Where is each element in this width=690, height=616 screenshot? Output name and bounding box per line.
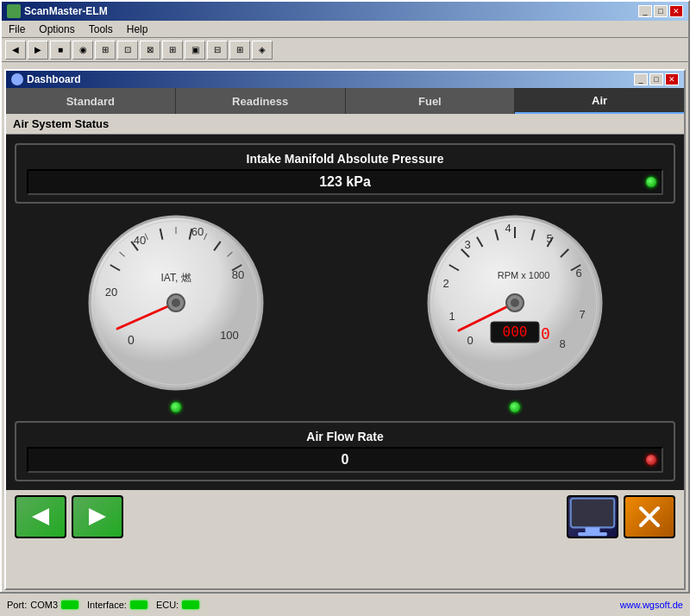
forward-arrow-icon [85, 504, 110, 530]
svg-text:6: 6 [575, 267, 581, 280]
dashboard-window: Dashboard _ □ ✕ Standard Readiness Fuel … [4, 69, 686, 590]
menu-tools[interactable]: Tools [85, 23, 116, 35]
menu-file[interactable]: File [5, 23, 28, 35]
dashboard-titlebar-controls: _ □ ✕ [634, 73, 679, 85]
svg-text:0: 0 [541, 324, 550, 343]
ecu-led [182, 600, 199, 609]
airflow-value-bar: 0 [27, 447, 663, 473]
tab-air[interactable]: Air [515, 88, 684, 114]
iat-gauge-container: 0 20 40 60 80 100 IAT, 燃 [85, 212, 267, 412]
svg-text:7: 7 [579, 308, 585, 321]
dashboard-titlebar: Dashboard _ □ ✕ [6, 71, 684, 88]
iat-gauge-svg: 0 20 40 60 80 100 IAT, 燃 [85, 212, 267, 393]
svg-rect-52 [571, 498, 614, 527]
os-minimize-btn[interactable]: _ [638, 5, 652, 17]
airflow-title: Air Flow Rate [306, 430, 383, 443]
iat-indicator-dot [171, 402, 181, 412]
svg-point-22 [172, 299, 180, 307]
svg-text:80: 80 [231, 268, 243, 281]
tab-fuel[interactable]: Fuel [346, 88, 516, 114]
intake-manifold-panel: Intake Manifold Absolute Pressure 123 kP… [15, 143, 675, 204]
svg-text:60: 60 [191, 225, 203, 238]
toolbar-btn-3[interactable]: ■ [50, 41, 71, 60]
nav-left-group [15, 495, 123, 538]
menu-bar: File Options Tools Help [2, 21, 688, 38]
port-value: COM3 [30, 600, 58, 610]
menu-help[interactable]: Help [123, 23, 152, 35]
air-system-status-label: Air System Status [13, 117, 109, 130]
os-title-text: ScanMaster-ELM [24, 5, 108, 17]
interface-label: Interface: [87, 600, 127, 610]
toolbar-btn-9[interactable]: ▣ [185, 41, 205, 60]
toolbar-btn-8[interactable]: ⊞ [162, 41, 183, 60]
svg-marker-50 [32, 508, 49, 525]
svg-text:RPM x 1000: RPM x 1000 [497, 270, 549, 280]
svg-text:2: 2 [442, 277, 448, 290]
rpm-indicator-dot [510, 402, 520, 412]
port-led [61, 600, 78, 609]
monitor-button[interactable] [567, 495, 618, 538]
nav-buttons-row [6, 490, 684, 544]
airflow-panel: Air Flow Rate 0 [15, 421, 675, 481]
os-maximize-btn[interactable]: □ [654, 5, 668, 17]
toolbar-btn-7[interactable]: ⊠ [140, 41, 160, 60]
svg-marker-51 [89, 508, 106, 525]
svg-text:0: 0 [128, 333, 135, 347]
svg-text:4: 4 [505, 222, 511, 235]
back-button[interactable] [15, 495, 66, 538]
svg-point-49 [511, 299, 519, 307]
dashboard-close-btn[interactable]: ✕ [665, 73, 679, 85]
port-status-item: Port: COM3 [7, 600, 78, 610]
toolbar-btn-4[interactable]: ◉ [72, 41, 93, 60]
toolbar-btn-6[interactable]: ⊡ [117, 41, 138, 60]
intake-value: 123 kPa [319, 174, 371, 189]
ecu-label: ECU: [156, 600, 179, 610]
close-x-button[interactable] [624, 495, 675, 538]
os-app-icon [7, 4, 21, 18]
forward-button[interactable] [72, 495, 123, 538]
os-title-group: ScanMaster-ELM [7, 4, 108, 18]
interface-led [130, 600, 147, 609]
svg-text:IAT, 燃: IAT, 燃 [160, 272, 191, 284]
svg-text:8: 8 [559, 337, 565, 350]
rpm-gauge-svg: 0 1 2 3 4 5 6 7 8 RPM x 1000 [424, 212, 605, 393]
intake-title: Intake Manifold Absolute Pressure [247, 152, 444, 166]
dashboard-title-group: Dashboard [11, 73, 81, 85]
dashboard-maximize-btn[interactable]: □ [649, 73, 663, 85]
back-arrow-icon [28, 504, 53, 530]
os-close-btn[interactable]: ✕ [669, 5, 683, 17]
monitor-icon [568, 496, 617, 538]
dashboard-minimize-btn[interactable]: _ [634, 73, 648, 85]
air-system-status-bar: Air System Status [6, 114, 684, 135]
website-link: www.wgsoft.de [620, 600, 683, 610]
svg-text:3: 3 [464, 238, 470, 251]
toolbar-btn-2[interactable]: ▶ [28, 41, 48, 60]
port-label: Port: [7, 600, 27, 610]
nav-right-group [567, 495, 675, 538]
toolbar-btn-5[interactable]: ⊞ [95, 41, 116, 60]
svg-text:0: 0 [467, 334, 473, 347]
airflow-value: 0 [342, 452, 349, 467]
svg-text:000: 000 [502, 324, 527, 340]
dashboard-content: Intake Manifold Absolute Pressure 123 kP… [6, 135, 684, 490]
close-x-icon [637, 504, 662, 530]
toolbar-btn-10[interactable]: ⊟ [207, 41, 228, 60]
toolbar-btn-11[interactable]: ⊞ [229, 41, 250, 60]
svg-text:20: 20 [104, 286, 116, 299]
os-window: ScanMaster-ELM _ □ ✕ File Options Tools … [0, 0, 690, 616]
os-titlebar: ScanMaster-ELM _ □ ✕ [2, 2, 688, 21]
ecu-status-item: ECU: [156, 600, 199, 610]
tab-standard[interactable]: Standard [6, 88, 176, 114]
menu-options[interactable]: Options [35, 23, 78, 35]
intake-status-dot [646, 177, 656, 187]
intake-value-bar: 123 kPa [27, 169, 663, 195]
tab-readiness[interactable]: Readiness [176, 88, 346, 114]
toolbar-btn-1[interactable]: ◀ [5, 41, 26, 60]
gauges-row: 0 20 40 60 80 100 IAT, 燃 [15, 212, 675, 412]
toolbar-btn-12[interactable]: ◈ [252, 41, 273, 60]
svg-text:40: 40 [133, 234, 145, 247]
svg-text:5: 5 [546, 232, 552, 245]
svg-text:1: 1 [448, 310, 455, 323]
interface-status-item: Interface: [87, 600, 147, 610]
svg-rect-53 [586, 527, 600, 532]
